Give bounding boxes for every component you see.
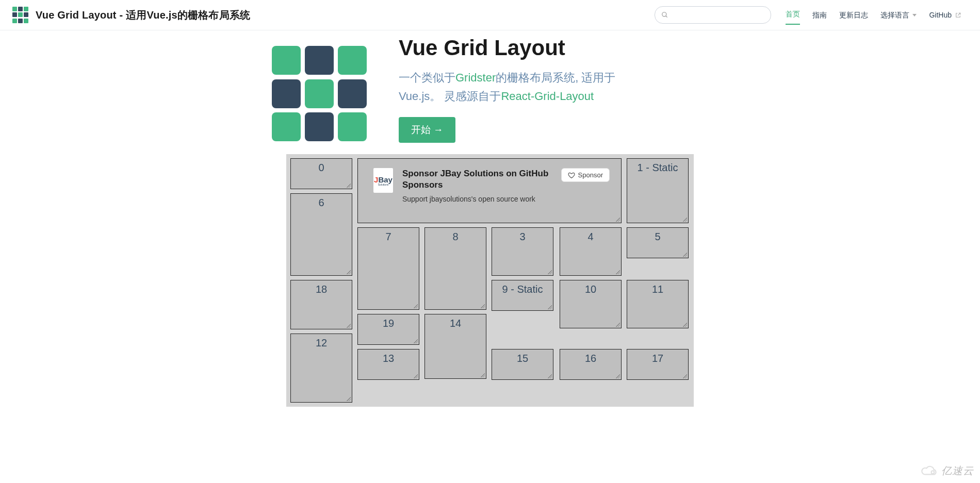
react-grid-layout-link[interactable]: React-Grid-Layout: [501, 90, 594, 103]
svg-line-1: [666, 16, 667, 18]
grid-item-5[interactable]: 5: [627, 227, 689, 258]
grid-item-19[interactable]: 19: [357, 314, 419, 345]
grid-item-12[interactable]: 12: [290, 334, 352, 403]
jbay-logo-icon: JBay Solutions: [373, 168, 393, 193]
grid-item-1[interactable]: 1 - Static: [627, 158, 689, 223]
nav-links: 首页 指南 更新日志 选择语言 GitHub: [779, 5, 968, 25]
grid-item-9[interactable]: 9 - Static: [492, 280, 553, 311]
grid-item-16[interactable]: 16: [560, 349, 622, 380]
cloud-icon: [921, 465, 938, 477]
hero: Vue Grid Layout 一个类似于Gridster的栅格布局系统, 适用…: [0, 36, 980, 143]
sponsor-card[interactable]: JBay Solutions Sponsor JBay Solutions on…: [357, 158, 622, 223]
sponsor-title: Sponsor JBay Solutions on GitHub Sponsor…: [402, 168, 552, 191]
grid-item-10[interactable]: 10: [560, 280, 622, 328]
sponsor-button[interactable]: Sponsor: [561, 168, 610, 182]
watermark: 亿速云: [921, 464, 974, 478]
chevron-down-icon: [912, 14, 917, 16]
grid-item-11[interactable]: 11: [627, 280, 689, 328]
grid-item-17[interactable]: 17: [627, 349, 689, 380]
hero-text: Vue Grid Layout 一个类似于Gridster的栅格布局系统, 适用…: [399, 36, 615, 143]
grid-demo: JBay Solutions Sponsor JBay Solutions on…: [286, 154, 694, 407]
hero-logo-icon: [272, 46, 368, 142]
grid-item-6[interactable]: 6: [290, 193, 352, 276]
navbar: Vue Grid Layout - 适用Vue.js的栅格布局系统 首页 指南 …: [0, 0, 980, 30]
grid-item-18[interactable]: 18: [290, 280, 352, 329]
grid-item-0[interactable]: 0: [290, 158, 352, 189]
heart-icon: [568, 172, 575, 179]
nav-link-language[interactable]: 选择语言: [874, 6, 923, 24]
site-logo-icon: [12, 7, 29, 24]
grid-item-15[interactable]: 15: [492, 349, 553, 380]
sponsor-subtitle: Support jbaysolutions's open source work: [402, 195, 552, 203]
hero-tagline: 一个类似于Gridster的栅格布局系统, 适用于 Vue.js。 灵感源自于R…: [399, 69, 615, 106]
svg-point-0: [662, 12, 666, 16]
search-input[interactable]: [655, 6, 771, 24]
grid-item-8[interactable]: 8: [424, 227, 486, 310]
grid-item-13[interactable]: 13: [357, 349, 419, 380]
start-button[interactable]: 开始 →: [399, 117, 455, 143]
grid-item-14[interactable]: 14: [424, 314, 486, 379]
hero-title: Vue Grid Layout: [399, 36, 615, 60]
site-title: Vue Grid Layout - 适用Vue.js的栅格布局系统: [36, 8, 250, 22]
external-link-icon: [955, 12, 961, 19]
svg-point-2: [932, 471, 935, 474]
gridster-link[interactable]: Gridster: [455, 71, 496, 84]
nav-link-changelog[interactable]: 更新日志: [833, 6, 874, 24]
sponsor-text: Sponsor JBay Solutions on GitHub Sponsor…: [402, 168, 552, 203]
nav-link-guide[interactable]: 指南: [806, 6, 833, 24]
nav-link-github[interactable]: GitHub: [923, 6, 968, 24]
grid-item-7[interactable]: 7: [357, 227, 419, 310]
grid-item-3[interactable]: 3: [492, 227, 553, 276]
grid-item-4[interactable]: 4: [560, 227, 622, 276]
nav-link-home[interactable]: 首页: [779, 5, 806, 25]
search-icon: [661, 11, 668, 19]
